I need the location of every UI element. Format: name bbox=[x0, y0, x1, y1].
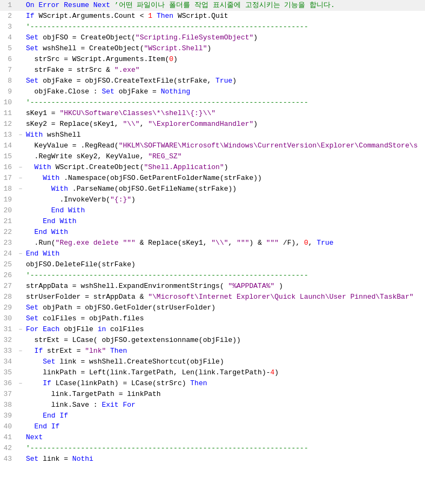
code-line: 34 Set link = wshShell.CreateShortcut(ob… bbox=[0, 357, 425, 367]
line-number: 43 bbox=[0, 454, 16, 465]
code-content: linkPath = Left(link.TargetPath, Len(lin… bbox=[25, 367, 425, 378]
line-number: 22 bbox=[0, 227, 16, 238]
line-number: 39 bbox=[0, 411, 16, 421]
fold-indicator[interactable]: − bbox=[16, 130, 25, 140]
code-content: End If bbox=[25, 421, 425, 432]
code-line: 37 link.TargetPath = linkPath bbox=[0, 389, 425, 400]
code-line: 39 End If bbox=[0, 411, 425, 421]
code-content: objFake.Close : Set objFake = Nothing bbox=[25, 86, 425, 97]
code-content: With .ParseName(objFSO.GetFileName(strFa… bbox=[25, 184, 425, 194]
code-line: 26 '------------------------------------… bbox=[0, 270, 425, 281]
line-number: 20 bbox=[0, 205, 16, 216]
code-content: .Run("Reg.exe delete """ & Replace(sKey1… bbox=[25, 238, 425, 248]
line-number: 30 bbox=[0, 313, 16, 324]
fold-indicator[interactable]: − bbox=[16, 173, 25, 184]
code-line: 41 Next bbox=[0, 432, 425, 443]
line-number: 34 bbox=[0, 357, 16, 367]
code-content: link.TargetPath = linkPath bbox=[25, 389, 425, 400]
fold-indicator[interactable]: − bbox=[16, 248, 25, 259]
code-content: strAppData = wshShell.ExpandEnvironmentS… bbox=[25, 281, 425, 292]
code-line: 42 '------------------------------------… bbox=[0, 443, 425, 454]
code-content: With WScript.CreateObject("Shell.Applica… bbox=[25, 162, 425, 173]
line-number: 19 bbox=[0, 194, 16, 205]
code-content: strExt = LCase( objFSO.getextensionname(… bbox=[25, 335, 425, 346]
line-number: 40 bbox=[0, 421, 16, 432]
fold-indicator[interactable]: − bbox=[16, 346, 25, 357]
code-content: objFSO.DeleteFile(strFake) bbox=[25, 259, 425, 270]
code-content: Set objFSO = CreateObject("Scripting.Fil… bbox=[25, 32, 425, 43]
line-number: 27 bbox=[0, 281, 16, 292]
code-line: 18− With .ParseName(objFSO.GetFileName(s… bbox=[0, 184, 425, 194]
code-content: Set wshShell = CreateObject("WScript.She… bbox=[25, 43, 425, 54]
line-number: 2 bbox=[0, 11, 16, 22]
code-content: .InvokeVerb("{:}") bbox=[25, 194, 425, 205]
code-content: '---------------------------------------… bbox=[25, 443, 425, 454]
code-line: 13−With wshShell bbox=[0, 130, 425, 140]
line-number: 21 bbox=[0, 216, 16, 227]
line-number: 38 bbox=[0, 400, 16, 411]
line-number: 13 bbox=[0, 130, 16, 140]
code-line: 25 objFSO.DeleteFile(strFake) bbox=[0, 259, 425, 270]
code-content: End With bbox=[25, 205, 425, 216]
code-line: 24−End With bbox=[0, 248, 425, 259]
code-line: 8 Set objFake = objFSO.CreateTextFile(st… bbox=[0, 76, 425, 86]
code-content: '---------------------------------------… bbox=[25, 270, 425, 281]
fold-indicator[interactable]: − bbox=[16, 324, 25, 335]
code-content: Set objFake = objFSO.CreateTextFile(strF… bbox=[25, 76, 425, 86]
code-content: Set link = wshShell.CreateShortcut(objFi… bbox=[25, 357, 425, 367]
code-content: On Error Resume Next ’어떤 파일이나 폴더를 작업 표시줄… bbox=[25, 0, 425, 11]
code-line: 33− If strExt = "lnk" Then bbox=[0, 346, 425, 357]
code-content: '---------------------------------------… bbox=[25, 22, 425, 32]
line-number: 12 bbox=[0, 119, 16, 130]
code-line: 9 objFake.Close : Set objFake = Nothing bbox=[0, 86, 425, 97]
line-number: 16 bbox=[0, 162, 16, 173]
code-line: 2 If WScript.Arguments.Count < 1 Then WS… bbox=[0, 11, 425, 22]
code-line: 16− With WScript.CreateObject("Shell.App… bbox=[0, 162, 425, 173]
code-line: 23 .Run("Reg.exe delete """ & Replace(sK… bbox=[0, 238, 425, 248]
line-number: 24 bbox=[0, 248, 16, 259]
code-line: 19 .InvokeVerb("{:}") bbox=[0, 194, 425, 205]
line-number: 10 bbox=[0, 97, 16, 108]
code-line: 40 End If bbox=[0, 421, 425, 432]
fold-indicator[interactable]: − bbox=[16, 378, 25, 389]
fold-indicator[interactable]: − bbox=[16, 184, 25, 194]
line-number: 15 bbox=[0, 151, 16, 162]
line-number: 36 bbox=[0, 378, 16, 389]
code-line: 17− With .Namespace(objFSO.GetParentFold… bbox=[0, 173, 425, 184]
line-number: 18 bbox=[0, 184, 16, 194]
code-line: 3 '-------------------------------------… bbox=[0, 22, 425, 32]
line-number: 9 bbox=[0, 86, 16, 97]
code-line: 31−For Each objFile in colFiles bbox=[0, 324, 425, 335]
line-number: 5 bbox=[0, 43, 16, 54]
line-number: 32 bbox=[0, 335, 16, 346]
code-content: If WScript.Arguments.Count < 1 Then WScr… bbox=[25, 11, 425, 22]
code-content: .RegWrite sKey2, KeyValue, "REG_SZ" bbox=[25, 151, 425, 162]
code-line: 12 sKey2 = Replace(sKey1, "\\", "\Explor… bbox=[0, 119, 425, 130]
line-number: 1 bbox=[0, 0, 16, 11]
code-content: Set objPath = objFSO.GetFolder(strUserFo… bbox=[25, 303, 425, 313]
code-line: 7 strFake = strSrc & ".exe" bbox=[0, 65, 425, 76]
line-number: 33 bbox=[0, 346, 16, 357]
code-content: KeyValue = .RegRead("HKLM\SOFTWARE\Micro… bbox=[25, 140, 425, 151]
line-number: 7 bbox=[0, 65, 16, 76]
code-content: If LCase(linkPath) = LCase(strSrc) Then bbox=[25, 378, 425, 389]
code-content: Next bbox=[25, 432, 425, 443]
code-line: 35 linkPath = Left(link.TargetPath, Len(… bbox=[0, 367, 425, 378]
code-line: 11 sKey1 = "HKCU\Software\Classes\*\shel… bbox=[0, 108, 425, 119]
code-content: '---------------------------------------… bbox=[25, 97, 425, 108]
line-number: 3 bbox=[0, 22, 16, 32]
code-content: link.Save : Exit For bbox=[25, 400, 425, 411]
code-content: End If bbox=[25, 411, 425, 421]
line-number: 31 bbox=[0, 324, 16, 335]
code-line: 22 End With bbox=[0, 227, 425, 238]
line-number: 29 bbox=[0, 303, 16, 313]
code-line: 1 On Error Resume Next ’어떤 파일이나 폴더를 작업 표… bbox=[0, 0, 425, 11]
code-line: 14 KeyValue = .RegRead("HKLM\SOFTWARE\Mi… bbox=[0, 140, 425, 151]
line-number: 14 bbox=[0, 140, 16, 151]
code-line: 6 strSrc = WScript.Arguments.Item(0) bbox=[0, 54, 425, 65]
line-number: 26 bbox=[0, 270, 16, 281]
code-line: 28 strUserFolder = strAppData & "\Micros… bbox=[0, 292, 425, 303]
code-line: 15 .RegWrite sKey2, KeyValue, "REG_SZ" bbox=[0, 151, 425, 162]
fold-indicator[interactable]: − bbox=[16, 162, 25, 173]
code-content: strSrc = WScript.Arguments.Item(0) bbox=[25, 54, 425, 65]
